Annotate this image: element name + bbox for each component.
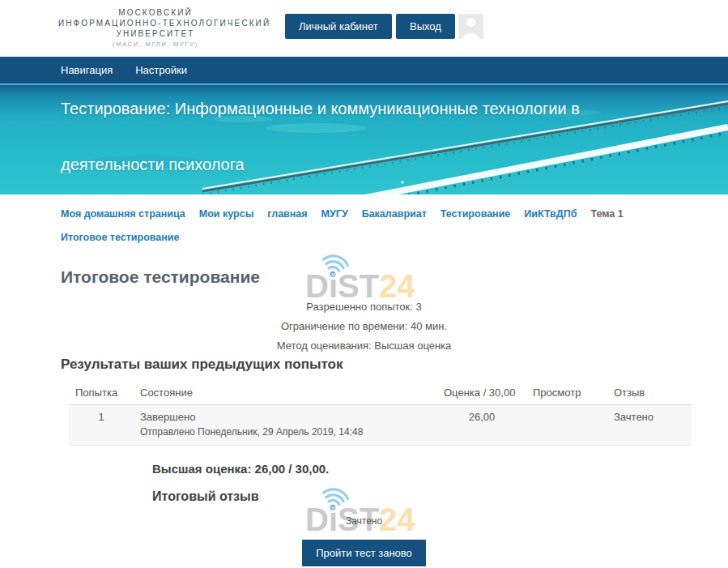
breadcrumb-link-main[interactable]: главная — [267, 208, 307, 220]
university-logo: МОСКОВСКИЙ ИНФОРМАЦИОННО-ТЕХНОЛОГИЧЕСКИЙ… — [58, 7, 253, 48]
attempt-number: 1 — [69, 405, 134, 446]
breadcrumb-row-2: Итоговое тестирование — [61, 232, 692, 243]
quiz-results-page: { "colors": { "primary_blue": "#15517e",… — [0, 0, 728, 568]
col-header-grade: Оценка / 30,00 — [437, 382, 526, 405]
breadcrumb-link-testing[interactable]: Тестирование — [441, 208, 511, 220]
logout-button[interactable]: Выход — [396, 14, 455, 39]
attempt-submitted-date: Отправлено Понедельник, 29 Апрель 2019, … — [140, 426, 431, 438]
attempts-table-wrap: Попытка Состояние Оценка / 30,00 Просмот… — [69, 382, 692, 446]
breadcrumb-row-1: Моя домашняя страница Мои курсы главная … — [61, 208, 692, 220]
col-header-attempt: Попытка — [69, 382, 134, 405]
quiz-info: Разрешенно попыток: 3 Ограничение по вре… — [0, 297, 728, 356]
user-icon — [458, 14, 483, 39]
breadcrumb-link-home[interactable]: Моя домашняя страница — [61, 208, 185, 220]
attempt-grade: 26,00 — [437, 405, 526, 446]
attempts-table-header-row: Попытка Состояние Оценка / 30,00 Просмот… — [69, 382, 692, 405]
attempt-state: Завершено Отправлено Понедельник, 29 Апр… — [134, 405, 437, 446]
quiz-title: Итоговое тестирование — [61, 267, 728, 287]
site-header: МОСКОВСКИЙ ИНФОРМАЦИОННО-ТЕХНОЛОГИЧЕСКИЙ… — [0, 0, 728, 57]
quiz-grading-method: Метод оценивания: Высшая оценка — [0, 336, 728, 356]
quiz-time-limit: Ограничение по времени: 40 мин. — [0, 317, 728, 336]
nav-item-settings[interactable]: Настройки — [135, 64, 187, 76]
col-header-state: Состояние — [134, 382, 437, 405]
breadcrumb-link-mugu[interactable]: МУГУ — [321, 208, 348, 220]
breadcrumb: Моя домашняя страница Мои курсы главная … — [0, 194, 728, 243]
breadcrumb-link-course-code[interactable]: ИиКТвДПб — [524, 208, 577, 220]
avatar[interactable] — [458, 14, 483, 39]
final-feedback-value: Зачтено — [0, 515, 728, 527]
col-header-feedback: Отзыв — [607, 382, 692, 405]
logo-subtitle: (МАСИ, МГЛИ, МУГУ) — [58, 41, 253, 48]
personal-cabinet-button[interactable]: Личный кабинет — [285, 14, 392, 39]
course-banner: Тестирование: Информационные и коммуника… — [0, 85, 728, 194]
main-navbar: Навигация Настройки — [0, 57, 728, 85]
attempt-review — [526, 405, 607, 446]
final-feedback-heading: Итоговый отзыв — [152, 489, 728, 504]
course-title-line1: Тестирование: Информационные и коммуника… — [61, 85, 728, 118]
results-heading: Результаты ваших предыдущих попыток — [61, 357, 728, 373]
quiz-attempts-allowed: Разрешенно попыток: 3 — [0, 297, 728, 317]
best-grade: Высшая оценка: 26,00 / 30,00. — [152, 462, 728, 476]
attempts-table: Попытка Состояние Оценка / 30,00 Просмот… — [69, 382, 692, 446]
attempt-row: 1 Завершено Отправлено Понедельник, 29 А… — [69, 405, 692, 446]
breadcrumb-link-final-test[interactable]: Итоговое тестирование — [61, 232, 179, 243]
logo-line: МОСКОВСКИЙ — [58, 7, 253, 18]
logo-line: УНИВЕРСИТЕТ — [58, 28, 253, 39]
breadcrumb-current-topic: Тема 1 — [590, 208, 623, 220]
breadcrumb-link-bachelor[interactable]: Бакалавриат — [362, 208, 427, 220]
nav-item-navigation[interactable]: Навигация — [61, 64, 113, 76]
retake-button-row: Пройти тест заново — [0, 540, 728, 566]
main-content: DiST 24 Итоговое тестирование Разрешенно… — [0, 267, 728, 566]
retake-quiz-button[interactable]: Пройти тест заново — [302, 540, 426, 566]
breadcrumb-link-my-courses[interactable]: Мои курсы — [199, 208, 254, 220]
logo-line: ИНФОРМАЦИОННО-ТЕХНОЛОГИЧЕСКИЙ — [58, 18, 253, 28]
attempt-feedback: Зачтено — [607, 405, 692, 446]
course-title-line2: деятельности психолога — [61, 156, 728, 174]
col-header-review: Просмотр — [526, 382, 607, 405]
course-title: Тестирование: Информационные и коммуника… — [0, 85, 728, 174]
attempt-state-label: Завершено — [140, 411, 195, 423]
